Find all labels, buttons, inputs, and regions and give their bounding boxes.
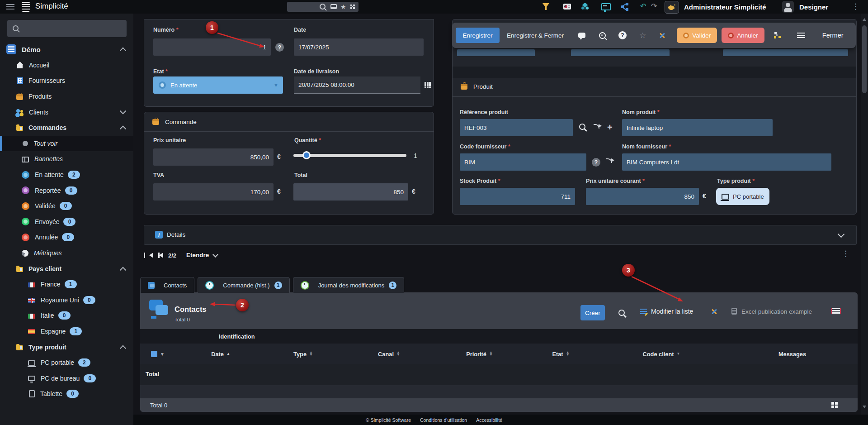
favorite-star-icon[interactable]: ☆ — [639, 32, 646, 39]
more-options-icon[interactable]: ⋮ — [852, 3, 859, 10]
selection-caret-icon[interactable]: ▼ — [160, 352, 165, 357]
zoom-search-icon[interactable] — [599, 32, 606, 39]
tab[interactable]: Journal des modifications 1 — [293, 277, 405, 293]
sidebar-item[interactable]: Espagne 1 — [0, 324, 133, 339]
expand-chevron-icon[interactable] — [212, 252, 218, 258]
sidebar-item[interactable]: Royaume Uni 0 — [0, 292, 133, 308]
sort-icons[interactable]: ▲▼ — [489, 352, 493, 356]
scroll-down-arrow-icon[interactable] — [863, 406, 866, 408]
tab[interactable]: Commande (hist.) 1 — [198, 277, 289, 293]
datepicker-calendar-icon[interactable] — [425, 82, 426, 84]
lookup-search-icon[interactable] — [579, 124, 585, 130]
sidebar-item[interactable]: PC de bureau 0 — [0, 370, 133, 386]
table-view-icon[interactable] — [831, 402, 834, 405]
nom-produit-input[interactable] — [622, 119, 773, 136]
sidebar-item[interactable]: Commandes — [0, 120, 133, 136]
prix-unitaire-input[interactable] — [153, 148, 274, 166]
open-fournisseur-arrow-icon[interactable] — [606, 158, 612, 163]
monitoring-icon[interactable] — [601, 3, 611, 10]
quantite-slider-handle[interactable] — [302, 151, 311, 159]
date-input[interactable] — [294, 38, 424, 56]
genie-lamp-button[interactable] — [665, 1, 679, 14]
details-chevron-icon[interactable] — [838, 231, 845, 238]
sidebar-item[interactable]: Validée 0 — [0, 198, 133, 214]
tva-input[interactable] — [153, 183, 274, 201]
sidebar-item[interactable]: Pays client — [0, 261, 133, 277]
chevron-icon[interactable] — [120, 48, 126, 54]
share-diagram-icon[interactable] — [621, 5, 624, 8]
sort-icons[interactable]: ▲▼ — [566, 352, 570, 356]
column-header[interactable]: Date ▲▼ — [180, 344, 261, 364]
add-record-icon[interactable]: + — [607, 123, 613, 132]
column-header[interactable]: Type ▲▼ — [261, 344, 345, 364]
chevron-icon[interactable] — [120, 126, 126, 132]
crossed-swords-icon[interactable] — [711, 308, 718, 315]
edit-list-icon[interactable] — [640, 309, 647, 315]
numero-help-icon[interactable]: ? — [275, 43, 284, 52]
create-button[interactable]: Créer — [580, 305, 605, 320]
sidebar-item[interactable]: Type produit — [0, 339, 133, 355]
global-search-input[interactable] — [290, 3, 317, 12]
livraison-input[interactable] — [294, 76, 420, 94]
code-help-icon[interactable]: ? — [592, 158, 600, 167]
search-icon[interactable] — [320, 4, 326, 10]
sidebar-item[interactable]: Reportée 0 — [0, 182, 133, 198]
help-icon[interactable]: ? — [618, 31, 627, 39]
chevron-icon[interactable] — [120, 345, 126, 351]
sort-icons[interactable]: ▲▼ — [309, 352, 313, 356]
sidebar-item[interactable]: Envoyée 0 — [0, 214, 133, 230]
chevron-icon[interactable] — [120, 267, 126, 273]
column-header[interactable]: Etat ▲▼ — [526, 344, 596, 364]
prev-page-icon[interactable] — [159, 253, 163, 258]
annuler-button[interactable]: Annuler — [722, 28, 764, 43]
sidebar-item[interactable]: Tablette 0 — [0, 386, 133, 402]
excel-publication-button[interactable]: Excel publication example — [741, 308, 812, 315]
crossed-swords-icon[interactable] — [659, 32, 666, 39]
list-search-icon[interactable] — [618, 310, 625, 316]
sort-icons[interactable]: ▲▼ — [396, 352, 400, 356]
avatar[interactable] — [782, 1, 794, 13]
copyright-link[interactable]: © Simplicité Software — [366, 417, 411, 423]
sidebar-item[interactable]: Fournisseurs — [0, 73, 133, 89]
details-collapse-bar[interactable]: i Details — [144, 225, 857, 245]
favorites-star-icon[interactable]: ★ — [340, 4, 346, 10]
expand-button[interactable]: Etendre — [186, 252, 209, 258]
first-page-icon[interactable] — [149, 253, 153, 258]
list-menu-icon[interactable] — [832, 308, 840, 314]
sidebar-item[interactable]: Produits — [0, 89, 133, 105]
grid-shortcuts-icon[interactable] — [350, 5, 352, 6]
sidebar-item[interactable]: Accueil — [0, 57, 133, 73]
sidebar-search[interactable] — [7, 20, 127, 37]
excel-doc-icon[interactable] — [731, 308, 737, 315]
total-input[interactable] — [293, 183, 408, 201]
sidebar-item[interactable]: Tout voir — [0, 136, 133, 152]
stock-produit-input[interactable] — [460, 188, 575, 205]
filter-funnel-icon[interactable] — [542, 3, 549, 10]
sort-icons[interactable]: ▲▼ — [677, 353, 680, 355]
save-close-button[interactable]: Enregistrer & Fermer — [504, 32, 566, 39]
select-all-checkbox[interactable] — [151, 351, 157, 357]
accessibility-link[interactable]: Accessibilité — [476, 417, 502, 423]
sidebar-item[interactable]: Démo — [0, 42, 133, 57]
global-search[interactable]: ★ — [287, 2, 359, 12]
comment-bubble-icon[interactable] — [578, 33, 585, 38]
sidebar-item[interactable]: Bannettes — [0, 151, 133, 167]
modeler-icon[interactable] — [583, 3, 587, 7]
etat-select[interactable]: En attente ▼ — [153, 76, 283, 94]
code-fournisseur-input[interactable] — [460, 153, 586, 171]
sort-icons[interactable]: ▲▼ — [226, 353, 230, 355]
quantite-slider[interactable] — [293, 154, 406, 157]
sidebar-item[interactable]: France 1 — [0, 277, 133, 292]
redo-icon[interactable]: ↷ — [651, 3, 657, 10]
prix-courant-input[interactable] — [586, 188, 699, 205]
sidebar-item[interactable]: Métriques — [0, 245, 133, 261]
undo-icon[interactable]: ↶ — [640, 3, 646, 10]
toolbar-menu-icon[interactable] — [797, 33, 805, 38]
sidebar-item[interactable]: Italie 0 — [0, 308, 133, 324]
vertical-scrollbar[interactable] — [861, 14, 868, 415]
save-button[interactable]: Enregistrer — [456, 28, 500, 43]
modify-list-button[interactable]: Modifier la liste — [651, 308, 693, 315]
column-header[interactable]: Canal ▲▼ — [345, 344, 433, 364]
column-header[interactable]: Priorité ▲▼ — [433, 344, 526, 364]
menu-hamburger-icon[interactable] — [6, 4, 14, 10]
